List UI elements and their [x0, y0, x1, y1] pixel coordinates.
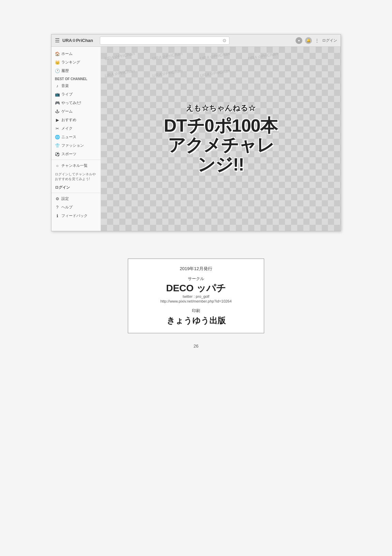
sidebar-item-try[interactable]: 🎮 やってみだ! [51, 99, 101, 107]
recommend-icon: ▶ [55, 118, 60, 122]
sidebar-item-live[interactable]: 📺 ライブ [51, 90, 101, 99]
sidebar-login-link[interactable]: ログイン [51, 184, 101, 191]
sidebar-item-music[interactable]: ♪ 音楽 [51, 82, 101, 90]
colophon-print-label: 印刷 [138, 308, 254, 314]
search-input[interactable] [103, 39, 223, 43]
sidebar-label-try: やってみだ! [61, 100, 81, 105]
fashion-icon: 👕 [55, 143, 60, 148]
sidebar-label-sports: スポーツ [61, 151, 76, 157]
browser-window: ☰ URA☆PriChan ⊙ ● 🔔 ⋮ ログイン 🏠 ホーム [51, 34, 341, 231]
video-title-overlay: えも☆ちゃんねる☆ DTチ0ポ100本 アクメチャレンジ!! [161, 103, 281, 175]
login-button[interactable]: ログイン [322, 38, 337, 43]
home-icon: 🏠 [55, 52, 60, 56]
colophon-twitter: twitter : pro_golf [138, 294, 254, 298]
channel-name: えも☆ちゃんねる☆ [161, 103, 281, 113]
sidebar-item-news[interactable]: 🌐 ニュース [51, 133, 101, 141]
search-icon[interactable]: ⊙ [223, 38, 226, 43]
sidebar-item-makeup[interactable]: ✂ メイク [51, 124, 101, 133]
help-icon: ? [55, 205, 60, 210]
topbar-right: ● 🔔 ⋮ ログイン [296, 37, 337, 44]
news-icon: 🌐 [55, 135, 60, 140]
sidebar-label-live: ライブ [61, 92, 73, 97]
sidebar-item-ranking[interactable]: 👑 ランキング [51, 58, 101, 67]
game-icon: 🕹 [55, 109, 60, 114]
settings-icon: ⚙ [55, 196, 60, 201]
sidebar-label-history: 履歴 [61, 68, 69, 73]
search-bar[interactable]: ⊙ [100, 36, 229, 45]
more-options-icon[interactable]: ⋮ [315, 38, 319, 43]
sidebar-label-channel-list: チャンネル一覧 [61, 163, 88, 168]
colophon-circle-label: サークル [138, 276, 254, 282]
sidebar-item-settings[interactable]: ⚙ 設定 [51, 194, 101, 203]
sidebar-label-help: ヘルプ [61, 205, 73, 210]
hamburger-icon[interactable]: ☰ [55, 37, 60, 44]
colophon-print-name: きょうゆう出版 [138, 315, 254, 326]
sidebar-item-feedback[interactable]: ℹ フィードバック [51, 211, 101, 220]
channel-list-icon: ○ [55, 163, 60, 168]
sidebar-label-news: ニュース [61, 134, 76, 140]
makeup-icon: ✂ [55, 126, 60, 131]
site-logo: URA☆PriChan [62, 38, 93, 43]
sidebar-label-feedback: フィードバック [61, 213, 88, 218]
colophon-date: 2019年12月発行 [138, 266, 254, 272]
history-icon: 🕐 [55, 69, 60, 73]
browser-content: 🏠 ホーム 👑 ランキング 🕐 履歴 BEST OF CHANNEL ♪ 音楽 [51, 47, 341, 231]
colophon-url: http://www.pixiv.net/member.php?id=10264 [138, 299, 254, 303]
sidebar-label-fashion: ファッション [61, 143, 84, 148]
sidebar-item-recommend[interactable]: ▶ おすすめ [51, 116, 101, 124]
sidebar-label-makeup: メイク [61, 126, 73, 131]
sidebar-item-game[interactable]: 🕹 ゲーム [51, 107, 101, 116]
main-content: URA☆PriChan URA☆PriChan URA☆PriChan URA☆… [101, 47, 341, 231]
video-main-title-line2: アクメチャレンジ!! [161, 135, 281, 174]
sidebar-login-prompt: ログインしてチャンネルやおすすめを見てみよう! [51, 170, 101, 184]
sidebar-item-sports[interactable]: ⚽ スポーツ [51, 150, 101, 158]
sidebar-label-game: ゲーム [61, 109, 73, 114]
colophon-box: 2019年12月発行 サークル DECO ッパチ twitter : pro_g… [128, 259, 264, 333]
sidebar-label-ranking: ランキング [61, 60, 80, 65]
colophon-circle-name: DECO ッパチ [138, 283, 254, 294]
sidebar-item-channel-list[interactable]: ○ チャンネル一覧 [51, 161, 101, 170]
best-channel-title: BEST OF CHANNEL [51, 75, 101, 82]
video-main-title-line1: DTチ0ポ100本 [161, 116, 281, 135]
sidebar-item-fashion[interactable]: 👕 ファッション [51, 141, 101, 150]
music-icon: ♪ [55, 84, 60, 88]
page-wrapper: ☰ URA☆PriChan ⊙ ● 🔔 ⋮ ログイン 🏠 ホーム [0, 0, 392, 556]
notification-icon[interactable]: 🔔 [305, 37, 312, 44]
feedback-icon: ℹ [55, 214, 60, 218]
sidebar-label-home: ホーム [61, 51, 73, 56]
user-icon[interactable]: ● [296, 37, 302, 44]
sidebar-label-recommend: おすすめ [61, 117, 76, 122]
sidebar-item-help[interactable]: ? ヘルプ [51, 203, 101, 211]
sidebar: 🏠 ホーム 👑 ランキング 🕐 履歴 BEST OF CHANNEL ♪ 音楽 [51, 47, 101, 231]
logo-text: URA☆PriChan [62, 38, 93, 43]
sidebar-label-music: 音楽 [61, 83, 69, 88]
ranking-icon: 👑 [55, 60, 60, 65]
try-icon: 🎮 [55, 101, 60, 105]
live-icon: 📺 [55, 92, 60, 97]
sidebar-item-history[interactable]: 🕐 履歴 [51, 67, 101, 75]
sports-icon: ⚽ [55, 152, 60, 157]
sidebar-label-settings: 設定 [61, 196, 69, 201]
sidebar-divider-1 [51, 160, 101, 160]
page-number: 26 [194, 343, 198, 349]
sidebar-item-home[interactable]: 🏠 ホーム [51, 49, 101, 58]
sidebar-divider-2 [51, 193, 101, 193]
browser-topbar: ☰ URA☆PriChan ⊙ ● 🔔 ⋮ ログイン [51, 34, 341, 47]
